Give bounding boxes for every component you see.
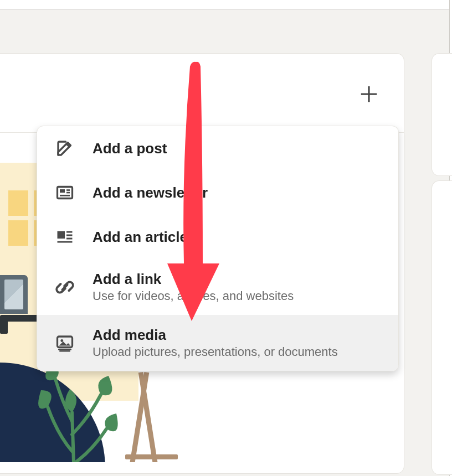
svg-rect-11 (58, 337, 73, 348)
article-icon (54, 226, 76, 248)
add-newsletter-menu-item[interactable]: Add a newsletter (37, 170, 398, 215)
svg-point-12 (60, 339, 63, 342)
menu-item-subtitle: Use for videos, articles, and websites (93, 288, 294, 304)
menu-item-title: Add a post (93, 139, 167, 158)
plus-icon (358, 84, 379, 105)
newsletter-icon (54, 182, 76, 204)
add-post-menu-item[interactable]: Add a post (37, 126, 398, 170)
compose-icon (54, 137, 76, 159)
svg-rect-5 (58, 231, 65, 239)
link-icon (54, 276, 76, 298)
menu-item-title: Add a newsletter (93, 184, 208, 202)
sidebar-card-fragment-bottom (432, 180, 452, 475)
menu-item-title: Add a link (93, 270, 294, 288)
app-header-fragment (0, 0, 452, 10)
add-article-menu-item[interactable]: Add an article (37, 215, 398, 259)
featured-section-header (0, 54, 404, 133)
add-media-menu-item[interactable]: Add media Upload pictures, presentations… (37, 315, 398, 371)
sidebar-card-fragment-top (432, 53, 452, 176)
menu-item-title: Add an article (93, 228, 188, 246)
add-link-menu-item[interactable]: Add a link Use for videos, articles, and… (37, 259, 398, 315)
media-icon (54, 332, 76, 354)
add-content-menu: Add a post Add a newsletter Add an artic… (37, 126, 399, 371)
menu-item-subtitle: Upload pictures, presentations, or docum… (93, 344, 338, 360)
add-featured-button[interactable] (358, 84, 379, 105)
svg-rect-1 (60, 189, 65, 193)
menu-item-title: Add media (93, 326, 338, 344)
